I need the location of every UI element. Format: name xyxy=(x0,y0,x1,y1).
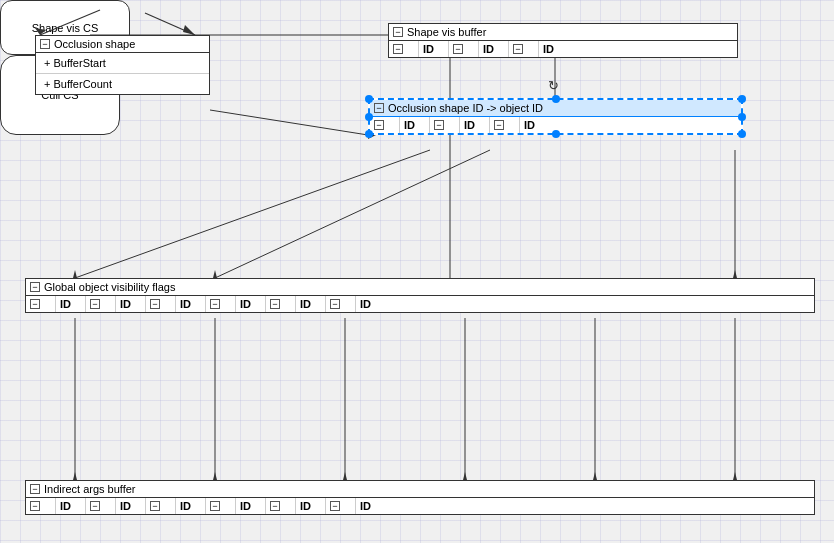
svg-line-8 xyxy=(75,150,430,278)
gv-id5: ID xyxy=(296,296,326,312)
cell-oid-id2: ID xyxy=(460,117,490,133)
global-vis-row: − ID − ID − ID − ID − ID − ID xyxy=(26,296,814,312)
cell-oid-2: − xyxy=(430,117,460,133)
mid-dot-r xyxy=(738,113,746,121)
svg-text:↻: ↻ xyxy=(548,78,559,93)
cell-svb-1: − xyxy=(389,41,419,57)
minus-icon-oid: − xyxy=(374,103,384,113)
global-vis-title: − Global object visibility flags xyxy=(26,279,814,296)
shape-vis-buffer-row: − ID − ID − ID xyxy=(389,41,737,57)
ia-id4: ID xyxy=(236,498,266,514)
svg-line-10 xyxy=(215,150,490,278)
gv-id3: ID xyxy=(176,296,206,312)
gv-c4: − xyxy=(206,296,236,312)
cell-svb-id2: ID xyxy=(479,41,509,57)
occlusion-id-box: − Occlusion shape ID -> object ID − ID −… xyxy=(368,98,743,135)
minus-icon: − xyxy=(40,39,50,49)
minus-icon-iab: − xyxy=(30,484,40,494)
cell-oid-1: − xyxy=(370,117,400,133)
ia-c3: − xyxy=(146,498,176,514)
ia-c6: − xyxy=(326,498,356,514)
ia-id2: ID xyxy=(116,498,146,514)
minus-icon-svb: − xyxy=(393,27,403,37)
cell-oid-id3: ID xyxy=(520,117,550,133)
mid-dot-l xyxy=(365,113,373,121)
ia-id5: ID xyxy=(296,498,326,514)
corner-dot-br xyxy=(738,130,746,138)
cell-svb-id3: ID xyxy=(539,41,569,57)
ia-id1: ID xyxy=(56,498,86,514)
gv-id2: ID xyxy=(116,296,146,312)
ia-id3: ID xyxy=(176,498,206,514)
ia-c5: − xyxy=(266,498,296,514)
svg-marker-26 xyxy=(733,472,737,480)
ia-c4: − xyxy=(206,498,236,514)
svg-line-6 xyxy=(210,110,368,135)
svg-marker-28 xyxy=(183,25,195,35)
minus-icon-gvf: − xyxy=(30,282,40,292)
cell-oid-id1: ID xyxy=(400,117,430,133)
cell-svb-id1: ID xyxy=(419,41,449,57)
cell-svb-2: − xyxy=(449,41,479,57)
gv-id4: ID xyxy=(236,296,266,312)
indirect-args-box: − Indirect args buffer − ID − ID − ID − … xyxy=(25,480,815,515)
cell-svb-3: − xyxy=(509,41,539,57)
svg-line-27 xyxy=(145,13,195,35)
svg-marker-18 xyxy=(213,472,217,480)
svg-marker-9 xyxy=(73,270,77,278)
cell-oid-3: − xyxy=(490,117,520,133)
shape-vis-buffer-title: − Shape vis buffer xyxy=(389,24,737,41)
svg-marker-22 xyxy=(463,472,467,480)
shape-vis-cs-label: Shape vis CS xyxy=(32,22,99,34)
indirect-args-title: − Indirect args buffer xyxy=(26,481,814,498)
occlusion-shape-box: − Occlusion shape + BufferStart + Buffer… xyxy=(35,35,210,95)
gv-c3: − xyxy=(146,296,176,312)
svg-marker-20 xyxy=(343,472,347,480)
buffer-count-prop: + BufferCount xyxy=(36,74,209,94)
gv-c2: − xyxy=(86,296,116,312)
svg-marker-13 xyxy=(733,270,737,278)
svg-marker-11 xyxy=(213,270,217,278)
buffer-start-prop: + BufferStart xyxy=(36,53,209,74)
ia-c1: − xyxy=(26,498,56,514)
corner-dot-bl xyxy=(365,130,373,138)
gv-id1: ID xyxy=(56,296,86,312)
ia-c2: − xyxy=(86,498,116,514)
gv-c1: − xyxy=(26,296,56,312)
corner-dot-tl xyxy=(365,95,373,103)
gv-c5: − xyxy=(266,296,296,312)
mid-dot-t xyxy=(552,95,560,103)
shape-vis-buffer-box: − Shape vis buffer − ID − ID − ID xyxy=(388,23,738,58)
ia-id6: ID xyxy=(356,498,814,514)
indirect-args-row: − ID − ID − ID − ID − ID − ID xyxy=(26,498,814,514)
corner-dot-tr xyxy=(738,95,746,103)
svg-marker-24 xyxy=(593,472,597,480)
global-vis-box: − Global object visibility flags − ID − … xyxy=(25,278,815,313)
occlusion-shape-title: − Occlusion shape xyxy=(36,36,209,53)
mid-dot-b xyxy=(552,130,560,138)
gv-id6: ID xyxy=(356,296,814,312)
gv-c6: − xyxy=(326,296,356,312)
svg-marker-16 xyxy=(73,472,77,480)
